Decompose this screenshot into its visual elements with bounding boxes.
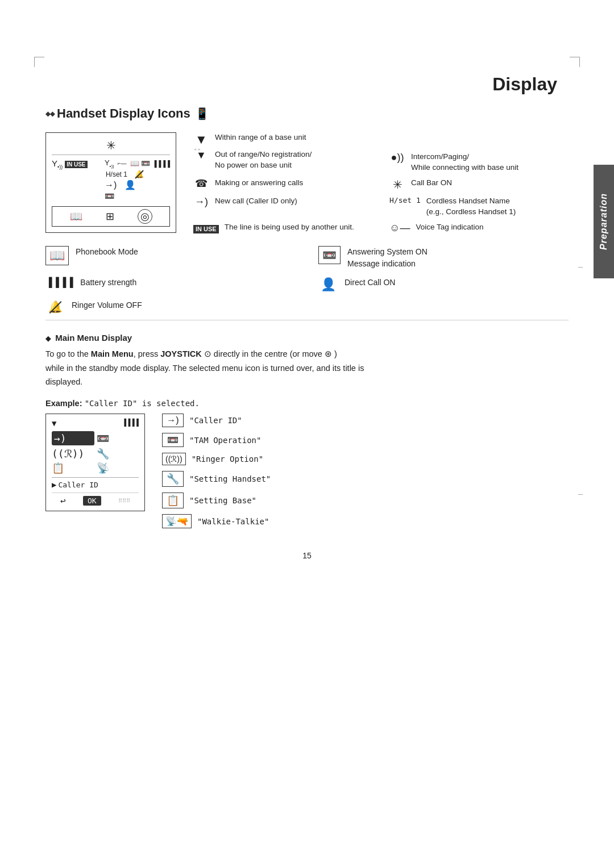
lower-icon-phonebook: 📖 Phonebook Mode	[45, 246, 296, 270]
menu-body: To go to the Main Menu, press JOYSTICK ⊙…	[45, 347, 569, 389]
lcd-item-callerid: →)	[52, 431, 94, 445]
handset-name-icon: H/set 1	[389, 196, 421, 205]
lcd-callerid-label: Caller ID	[58, 481, 98, 489]
directcall-icon: 👤	[318, 277, 338, 293]
right-tick-2	[578, 494, 583, 495]
directcall-desc: Direct Call ON	[345, 277, 395, 289]
menu-list-base: 📋 "Setting Base"	[162, 493, 271, 508]
icons-reference: ▼ Within range of a base unit ▼ " " Out …	[193, 132, 569, 235]
icon-row-voicetag: ☺— Voice Tag indication	[389, 222, 569, 235]
newcall-desc: New call (Caller ID only)	[215, 196, 297, 207]
lcd-item-ringer: ((ℛ))	[52, 448, 94, 460]
icon-row-intercom: ●)) Intercom/Paging/While connecting wit…	[389, 152, 569, 173]
icon-row-call: ☎ Making or answering calls	[193, 178, 372, 191]
example-bold: Example:	[45, 399, 82, 408]
within-range-icon: ▼	[193, 132, 209, 147]
section-heading: ◆◆ Handset Display Icons 📱	[45, 106, 569, 121]
lcd-item-walkie: 📡	[97, 462, 139, 474]
menu-icon-callerid: →)	[162, 414, 184, 427]
call-icon: ☎	[193, 178, 209, 190]
icon-row-newcall: →) New call (Caller ID only)	[193, 196, 372, 218]
lcd-battery: ▐▐▐▐	[122, 419, 139, 428]
in-use-badge: IN USE	[65, 161, 87, 168]
callbar-desc: Call Bar ON	[411, 178, 452, 189]
in-use-indicator: IN USE	[193, 225, 219, 233]
within-range-desc: Within range of a base unit	[215, 132, 306, 143]
lcd-item-base: 📋	[52, 462, 94, 474]
example-label-row: Example: "Caller ID" is selected.	[45, 398, 569, 408]
sidebar-preparation: Preparation	[594, 165, 614, 278]
menu-label-walkie: "Walkie-Talkie"	[197, 517, 269, 526]
answering-icon: 📼	[318, 246, 341, 264]
menu-list-callerid: →) "Caller ID"	[162, 414, 271, 427]
lcd-arrow: ▶	[52, 480, 56, 489]
battery-icon: ▐▐▐▐	[45, 277, 73, 289]
menu-body-text1: To go to the Main Menu, press JOYSTICK ⊙…	[45, 349, 337, 358]
lcd-setting-icon: 🔧	[97, 448, 109, 460]
right-tick-1	[578, 267, 583, 268]
lcd-mockup: ▼ ▐▐▐▐ →) 📼 ((ℛ)) 🔧	[45, 414, 145, 511]
inuse-desc: The line is being used by another unit.	[225, 222, 354, 233]
out-of-range-icon: ▼ " "	[193, 149, 209, 162]
menu-list-ringer: ((ℛ)) "Ringer Option"	[162, 453, 271, 465]
lcd-item-tam: 📼	[97, 431, 139, 445]
menu-list-handset: 🔧 "Setting Handset"	[162, 471, 271, 487]
lcd-ok-btn: OK	[83, 496, 101, 506]
menu-icon-walkie: 📡🔫	[162, 514, 192, 528]
menu-body-text3: displayed.	[45, 377, 82, 386]
icon-row-handset-name: H/set 1 Cordless Handset Name(e.g., Cord…	[389, 196, 569, 218]
menu-icon-handset: 🔧	[162, 471, 184, 487]
phonebook-desc: Phonebook Mode	[76, 246, 138, 258]
inuse-icon: IN USE	[193, 222, 219, 235]
lower-icons: 📖 Phonebook Mode 📼 Answering System ONMe…	[45, 246, 569, 315]
menu-list-tam: 📼 "TAM Operation"	[162, 433, 271, 447]
page-number: 15	[45, 551, 569, 560]
menu-list: →) "Caller ID" 📼 "TAM Operation" ((ℛ)) "…	[162, 414, 271, 528]
example-code: "Caller ID" is selected.	[85, 399, 200, 408]
answering-desc: Answering System ONMessage indication	[347, 246, 428, 270]
lower-icon-battery: ▐▐▐▐ Battery strength	[45, 277, 296, 293]
lcd-top-row: ▼ ▐▐▐▐	[52, 419, 139, 428]
mockup-signal: Y•)) IN USE Y•)) ⌐— 📖 📼 ▐▐▐▐ H/set 1 🔔 →…	[52, 158, 170, 201]
voicetag-icon: ☺—	[389, 222, 410, 235]
menu-label-tam: "TAM Operation"	[189, 436, 261, 445]
newcall-icon: →)	[193, 196, 209, 208]
lcd-ringer-icon: ((ℛ))	[52, 448, 84, 460]
page-title: Display	[45, 74, 569, 95]
phonebook-icon: 📖	[45, 246, 69, 266]
lcd-callerid-icon: →)	[54, 432, 67, 444]
lower-icon-directcall: 👤 Direct Call ON	[318, 277, 569, 293]
call-desc: Making or answering calls	[215, 178, 303, 189]
lcd-back-icon: ↩	[60, 495, 66, 506]
lower-icon-ringer: 🔔 Ringer Volume OFF	[45, 299, 296, 314]
menu-list-walkie: 📡🔫 "Walkie-Talkie"	[162, 514, 271, 528]
menu-icon-tam: 📼	[162, 433, 184, 447]
example-section: ▼ ▐▐▐▐ →) 📼 ((ℛ)) 🔧	[45, 414, 569, 528]
ringer-icon: 🔔	[45, 299, 65, 314]
lcd-dots: ⠿⠿⠿	[118, 498, 130, 504]
lower-icon-answering: 📼 Answering System ONMessage indication	[318, 246, 569, 270]
divider	[45, 320, 569, 320]
diagram-area: ✳ Y•)) IN USE Y•)) ⌐— 📖 📼 ▐▐▐	[45, 132, 569, 235]
mockup-top: ✳	[52, 139, 170, 155]
icon-row-inuse: IN USE The line is being used by another…	[193, 222, 372, 235]
lcd-base-icon: 📋	[52, 462, 64, 474]
lcd-callerid-row: ▶ Caller ID	[52, 477, 139, 489]
section-heading-text: Handset Display Icons	[57, 106, 190, 121]
menu-section: ◆ Main Menu Display To go to the Main Me…	[45, 333, 569, 528]
voicetag-desc: Voice Tag indication	[416, 222, 483, 233]
callbar-icon: ✳	[389, 178, 405, 191]
menu-diamond: ◆	[45, 335, 51, 343]
corner-mark-tl	[34, 57, 44, 67]
menu-heading-text: Main Menu Display	[55, 333, 132, 343]
menu-icon-base: 📋	[162, 493, 184, 508]
lcd-tam-icon: 📼	[97, 432, 109, 444]
menu-icon-ringer: ((ℛ))	[162, 453, 186, 465]
handset-icon: 📱	[195, 107, 209, 120]
menu-body-text2: while in the standby mode display. The s…	[45, 364, 364, 373]
menu-label-ringer: "Ringer Option"	[192, 454, 263, 464]
intercom-icon: ●))	[389, 152, 405, 164]
lcd-signal: ▼	[52, 419, 56, 428]
lcd-bottom-row: ↩ OK ⠿⠿⠿	[52, 493, 139, 506]
icon-row-out-of-range: ▼ " " Out of range/No registration/No po…	[193, 149, 372, 173]
